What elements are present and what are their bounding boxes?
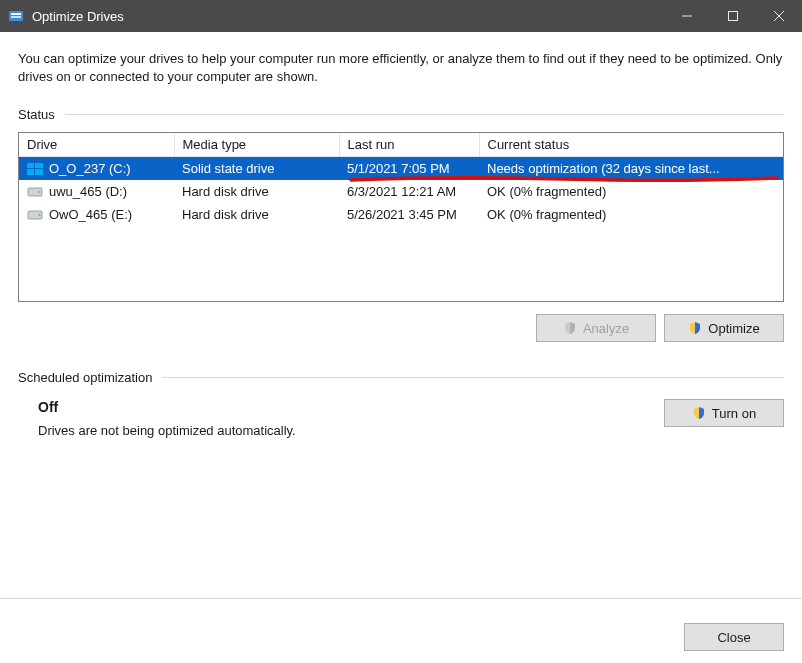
intro-text: You can optimize your drives to help you…	[18, 50, 784, 85]
windows-drive-icon	[27, 163, 43, 175]
hdd-icon	[27, 209, 43, 221]
drive-media: Hard disk drive	[174, 203, 339, 226]
drive-status: OK (0% fragmented)	[479, 203, 783, 226]
divider	[162, 377, 784, 378]
titlebar: Optimize Drives	[0, 0, 802, 32]
col-last-run[interactable]: Last run	[339, 133, 479, 157]
scheduled-header: Scheduled optimization	[18, 370, 784, 385]
svg-rect-9	[27, 169, 34, 175]
table-row[interactable]: uwu_465 (D:)Hard disk drive6/3/2021 12:2…	[19, 180, 783, 203]
table-row[interactable]: O_O_237 (C:)Solid state drive5/1/2021 7:…	[19, 157, 783, 181]
drive-status: Needs optimization (32 days since last..…	[479, 157, 783, 181]
column-headers[interactable]: Drive Media type Last run Current status	[19, 133, 783, 157]
svg-rect-7	[27, 163, 34, 168]
divider	[0, 598, 802, 599]
divider	[65, 114, 784, 115]
analyze-label: Analyze	[583, 321, 629, 336]
close-button[interactable]	[756, 0, 802, 32]
optimize-drives-window: Optimize Drives You can optimize your dr…	[0, 0, 802, 663]
hdd-icon	[27, 186, 43, 198]
close-label: Close	[717, 630, 750, 645]
drive-status: OK (0% fragmented)	[479, 180, 783, 203]
action-buttons: Analyze Optimize	[18, 314, 784, 342]
svg-point-14	[39, 214, 41, 216]
drive-last-run: 5/1/2021 7:05 PM	[339, 157, 479, 181]
svg-rect-2	[11, 16, 21, 18]
scheduled-desc: Drives are not being optimized automatic…	[38, 423, 664, 438]
maximize-button[interactable]	[710, 0, 756, 32]
scheduled-section: Scheduled optimization Off Drives are no…	[18, 370, 784, 438]
content-area: You can optimize your drives to help you…	[0, 32, 802, 611]
drive-last-run: 6/3/2021 12:21 AM	[339, 180, 479, 203]
drive-media: Solid state drive	[174, 157, 339, 181]
shield-icon	[563, 321, 577, 335]
drive-name: uwu_465 (D:)	[49, 184, 127, 199]
status-header: Status	[18, 107, 784, 122]
col-drive[interactable]: Drive	[19, 133, 174, 157]
turn-on-label: Turn on	[712, 406, 756, 421]
table-row[interactable]: OwO_465 (E:)Hard disk drive5/26/2021 3:4…	[19, 203, 783, 226]
close-dialog-button[interactable]: Close	[684, 623, 784, 651]
minimize-button[interactable]	[664, 0, 710, 32]
turn-on-button[interactable]: Turn on	[664, 399, 784, 427]
col-status[interactable]: Current status	[479, 133, 783, 157]
shield-icon	[688, 321, 702, 335]
drive-name: O_O_237 (C:)	[49, 161, 131, 176]
analyze-button: Analyze	[536, 314, 656, 342]
drive-last-run: 5/26/2021 3:45 PM	[339, 203, 479, 226]
optimize-button[interactable]: Optimize	[664, 314, 784, 342]
app-icon	[8, 8, 24, 24]
scheduled-label: Scheduled optimization	[18, 370, 152, 385]
svg-rect-8	[35, 163, 43, 168]
drives-list[interactable]: Drive Media type Last run Current status…	[18, 132, 784, 302]
scheduled-status: Off	[38, 399, 664, 415]
svg-rect-4	[729, 12, 738, 21]
col-media[interactable]: Media type	[174, 133, 339, 157]
bottom-bar: Close	[0, 611, 802, 663]
status-label: Status	[18, 107, 55, 122]
svg-rect-10	[35, 169, 43, 175]
window-controls	[664, 0, 802, 32]
shield-icon	[692, 406, 706, 420]
drive-media: Hard disk drive	[174, 180, 339, 203]
svg-point-12	[39, 191, 41, 193]
svg-rect-1	[11, 13, 21, 15]
optimize-label: Optimize	[708, 321, 759, 336]
drive-name: OwO_465 (E:)	[49, 207, 132, 222]
window-title: Optimize Drives	[32, 9, 664, 24]
